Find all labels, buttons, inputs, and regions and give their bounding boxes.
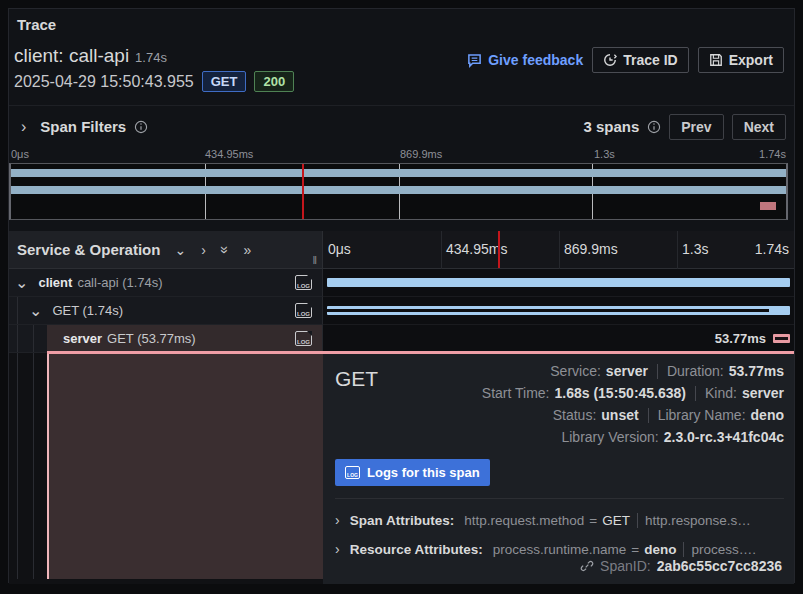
chevron-down-icon[interactable]: ⌄ — [174, 242, 186, 258]
resource-attributes-section[interactable]: › Resource Attributes: process.runtime.n… — [335, 541, 784, 557]
detail-span-title: GET — [335, 367, 378, 445]
info-icon — [647, 120, 661, 134]
attribute-divider — [683, 542, 684, 557]
span-operation: GET (1.74s) — [52, 303, 123, 318]
trace-subheader: 2025-04-29 15:50:43.955 GET 200 — [14, 71, 294, 92]
tick-label: 869.9ms — [564, 241, 618, 257]
trace-title: client: call-api — [14, 45, 129, 66]
tick-label: 0μs — [11, 148, 29, 160]
span-id-value: 2ab6c55cc7cc8236 — [657, 558, 782, 574]
chevron-right-icon: › — [335, 512, 340, 528]
indent-guide — [17, 325, 18, 352]
method-badge: GET — [202, 71, 247, 92]
attribute-divider — [637, 513, 638, 528]
span-bar-server[interactable] — [773, 334, 790, 343]
span-bar-client[interactable] — [327, 278, 790, 287]
field-value: server — [742, 385, 784, 401]
logs-for-span-button[interactable]: LOG Logs for this span — [335, 459, 490, 486]
tick-label: 869.9ms — [400, 148, 442, 160]
comment-icon — [467, 53, 482, 68]
field-divider — [657, 364, 658, 379]
service-operation-header: Service & Operation ⌄ › » » ‖ — [9, 231, 323, 268]
link-icon — [580, 559, 594, 573]
span-operation: GET (53.77ms) — [107, 331, 196, 346]
log-badge-icon[interactable]: LOG — [295, 331, 312, 346]
indent-guide — [33, 353, 34, 579]
save-icon — [709, 53, 723, 67]
span-bar-get[interactable] — [327, 306, 790, 315]
tick-label: 1.74s — [759, 148, 786, 160]
tick-label: 0μs — [328, 241, 351, 257]
log-badge-icon[interactable]: LOG — [295, 303, 312, 318]
span-bar-duration-label: 53.77ms — [715, 331, 766, 346]
timeline-minimap[interactable] — [9, 163, 788, 220]
span-detail-panel: GET Service: server Duration: 53.77ms St… — [323, 353, 794, 584]
span-id-label: SpanID: — [600, 558, 651, 574]
span-row-client[interactable]: ⌄ client call-api (1.74s) LOG — [9, 269, 794, 297]
trace-timestamp: 2025-04-29 15:50:43.955 — [14, 73, 194, 91]
panel-title: Trace — [17, 16, 56, 33]
minimap-span-bar-get — [11, 186, 786, 194]
chevron-right-icon: › — [21, 118, 26, 136]
child-span-marker — [327, 309, 769, 312]
field-divider — [648, 408, 649, 423]
double-chevron-right-icon[interactable]: » — [244, 242, 252, 258]
field-key: Start Time: — [482, 385, 550, 401]
span-row-server[interactable]: server GET (53.77ms) LOG 53.77ms — [9, 325, 794, 353]
span-attributes-section[interactable]: › Span Attributes: http.request.method =… — [335, 512, 784, 528]
field-key: Duration: — [667, 363, 724, 379]
info-icon — [134, 120, 148, 134]
span-filters-toggle[interactable]: › Span Filters — [21, 118, 148, 136]
detail-left-column — [9, 353, 323, 584]
selected-span-detail-backdrop — [47, 353, 323, 579]
minimap-cursor-line — [302, 164, 304, 219]
indent-guide — [17, 353, 18, 579]
tick-label: 434.95ms — [205, 148, 253, 160]
field-divider — [695, 386, 696, 401]
tick-label: 1.3s — [682, 241, 708, 257]
span-row-get[interactable]: ⌄ GET (1.74s) LOG — [9, 297, 794, 325]
trace-id-button[interactable]: Trace ID — [592, 47, 688, 73]
selected-row-highlight: server GET (53.77ms) — [47, 325, 322, 352]
timeline-cursor-line — [498, 231, 500, 268]
span-service: server — [63, 331, 102, 346]
span-filters-bar: › Span Filters 3 spans Prev Next — [9, 105, 794, 147]
header-actions: Give feedback Trace ID Export — [467, 47, 784, 73]
field-key: Library Version: — [561, 429, 658, 445]
trace-header: client: call-api1.74s — [14, 45, 167, 67]
field-value: deno — [751, 407, 784, 423]
field-key: Status: — [553, 407, 597, 423]
span-count: 3 spans — [583, 118, 639, 135]
field-key: Service: — [550, 363, 601, 379]
trace-duration: 1.74s — [135, 50, 167, 65]
chevron-down-icon[interactable]: ⌄ — [15, 273, 28, 292]
status-code-badge: 200 — [254, 71, 294, 92]
field-value: 2.3.0-rc.3+41fc04c — [664, 429, 784, 445]
indent-guide — [17, 297, 18, 324]
chevron-down-icon[interactable]: ⌄ — [29, 301, 42, 320]
tick-label: 1.74s — [755, 241, 789, 257]
chevron-right-icon[interactable]: › — [201, 242, 206, 258]
column-resize-handle[interactable]: ‖ — [312, 254, 318, 266]
indent-guide — [33, 325, 34, 352]
prev-button[interactable]: Prev — [669, 114, 723, 140]
chevron-right-icon: › — [335, 541, 340, 557]
trace-panel: Trace client: call-api1.74s 2025-04-29 1… — [8, 8, 795, 583]
span-operation: call-api (1.74s) — [77, 275, 162, 290]
tick-label: 1.3s — [594, 148, 615, 160]
detail-overview-fields: Service: server Duration: 53.77ms Start … — [482, 363, 784, 445]
field-value: 53.77ms — [729, 363, 784, 379]
detail-divider — [335, 498, 784, 499]
field-value: server — [606, 363, 648, 379]
selected-row-underline — [47, 351, 794, 354]
span-id-row[interactable]: SpanID: 2ab6c55cc7cc8236 — [580, 558, 782, 574]
give-feedback-link[interactable]: Give feedback — [467, 52, 583, 68]
log-badge-icon[interactable]: LOG — [295, 275, 312, 290]
span-rows: ⌄ client call-api (1.74s) LOG ⌄ GET (1.7… — [9, 269, 794, 353]
field-value: unset — [601, 407, 638, 423]
export-button[interactable]: Export — [698, 47, 784, 73]
next-button[interactable]: Next — [732, 114, 786, 140]
field-value: 1.68s (15:50:45.638) — [554, 385, 686, 401]
field-key: Library Name: — [658, 407, 746, 423]
double-chevron-down-icon[interactable]: » — [217, 246, 233, 254]
